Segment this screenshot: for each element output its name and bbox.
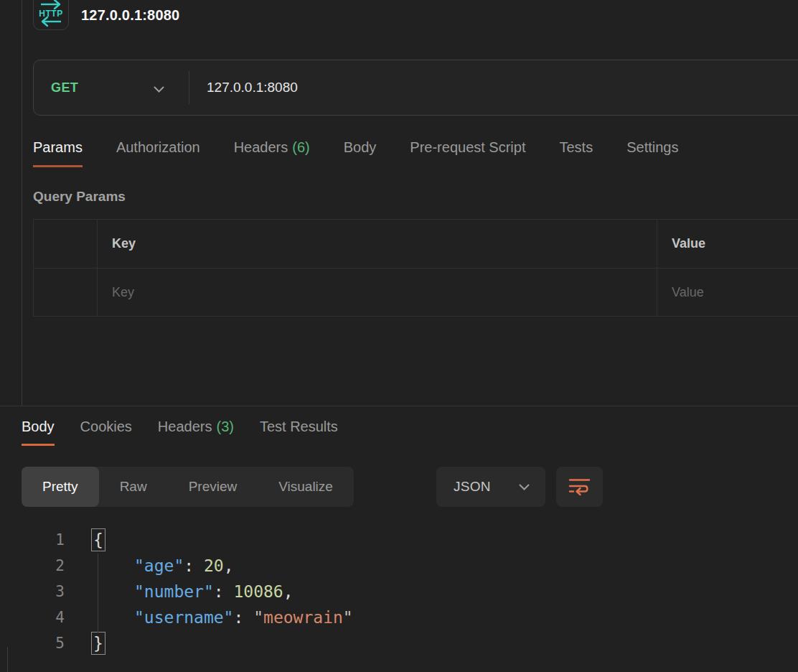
token-punct: : <box>184 556 204 575</box>
token-string: meowrain <box>263 608 343 627</box>
url-bar: GET <box>33 60 798 116</box>
code-line-content: "number": 10086, <box>93 579 294 605</box>
param-key-input[interactable] <box>112 285 657 300</box>
param-key-header: Key <box>98 220 657 269</box>
view-mode-pretty[interactable]: Pretty <box>22 467 99 507</box>
token-key: "age" <box>134 556 184 575</box>
token-strq: " <box>253 608 263 627</box>
token-strq: " <box>343 608 353 627</box>
text-wrap-icon <box>568 477 591 496</box>
param-value-header: Value <box>657 220 798 269</box>
request-tab-headers[interactable]: Headers(6) <box>234 139 310 167</box>
tab-label: Tests <box>559 139 593 155</box>
method-label: GET <box>51 80 78 95</box>
request-tab-body[interactable]: Body <box>344 139 377 167</box>
tab-label: Pre-request Script <box>410 139 525 155</box>
response-body-code[interactable]: 1{2"age": 20,3"number": 10086,4"username… <box>0 527 798 656</box>
code-line-content: "username": "meowrain" <box>93 605 353 630</box>
code-line-content: "age": 20, <box>93 553 234 579</box>
request-tab-settings[interactable]: Settings <box>626 139 678 167</box>
indent-guide <box>98 554 98 633</box>
response-tab-cookies[interactable]: Cookies <box>80 419 132 446</box>
tab-label: Body <box>22 419 55 434</box>
tab-label: Body <box>344 139 377 155</box>
token-punct: : <box>233 608 253 627</box>
view-mode-visualize[interactable]: Visualize <box>258 467 354 507</box>
http-request-icon: HTTP <box>33 0 69 30</box>
response-tab-test-results[interactable]: Test Results <box>260 419 338 446</box>
token-number: 10086 <box>233 582 283 601</box>
response-view-mode-switch: PrettyRawPreviewVisualize <box>22 467 354 507</box>
view-mode-raw[interactable]: Raw <box>99 467 168 507</box>
tab-label: Headers <box>234 139 288 155</box>
app-root: HTTP 127.0.0.1:8080 GET ParamsAuthorizat… <box>0 0 798 672</box>
token-key: "number" <box>134 582 214 601</box>
param-value-cell <box>657 269 798 317</box>
tab-label: Cookies <box>80 419 132 434</box>
tab-count-badge: (6) <box>292 139 309 155</box>
tab-label: Params <box>33 139 83 155</box>
request-tab-authorization[interactable]: Authorization <box>116 139 200 167</box>
request-tab-pre-request-script[interactable]: Pre-request Script <box>410 139 525 167</box>
request-tabs: ParamsAuthorizationHeaders(6)BodyPre-req… <box>33 139 678 167</box>
text-wrap-button[interactable] <box>556 467 603 507</box>
url-input[interactable] <box>189 60 798 115</box>
request-tab-tests[interactable]: Tests <box>559 139 593 167</box>
svg-text:HTTP: HTTP <box>39 9 62 19</box>
code-line: 5} <box>0 630 798 656</box>
token-bracket: { <box>91 528 105 551</box>
line-number: 1 <box>0 527 65 553</box>
request-panel-left-border <box>22 0 22 406</box>
request-tab-params[interactable]: Params <box>33 139 83 167</box>
request-title: 127.0.0.1:8080 <box>81 7 179 24</box>
format-label: JSON <box>454 479 491 495</box>
token-number: 20 <box>204 556 224 575</box>
code-line-content: } <box>93 630 105 656</box>
chevron-down-icon <box>519 484 530 490</box>
line-number: 5 <box>0 630 65 656</box>
response-tab-body[interactable]: Body <box>22 419 55 446</box>
tab-label: Headers <box>158 419 212 434</box>
token-punct: , <box>283 582 294 601</box>
request-header: HTTP 127.0.0.1:8080 <box>33 0 179 32</box>
code-line-content: { <box>93 527 105 553</box>
chevron-down-icon <box>154 86 164 93</box>
query-params-heading: Query Params <box>33 189 126 205</box>
code-line: 1{ <box>0 527 798 553</box>
request-response-divider[interactable] <box>0 406 798 406</box>
param-value-input[interactable] <box>672 285 798 300</box>
param-row-checkbox-cell[interactable] <box>34 269 98 317</box>
code-line: 4"username": "meowrain" <box>0 605 798 630</box>
line-number: 4 <box>0 605 65 630</box>
response-tab-headers[interactable]: Headers(3) <box>158 419 234 446</box>
tab-label: Settings <box>626 139 678 155</box>
tab-count-badge: (3) <box>216 419 233 434</box>
http-arrows-icon: HTTP <box>38 0 64 27</box>
token-punct: : <box>214 582 234 601</box>
view-mode-preview[interactable]: Preview <box>168 467 258 507</box>
tab-label: Test Results <box>260 419 338 434</box>
method-selector[interactable]: GET <box>34 60 189 115</box>
code-line: 2"age": 20, <box>0 553 798 579</box>
token-bracket: } <box>91 632 105 655</box>
token-key: "username" <box>134 608 233 627</box>
response-format-select[interactable]: JSON <box>436 467 545 507</box>
response-tabs: BodyCookiesHeaders(3)Test Results <box>22 419 338 446</box>
code-line: 3"number": 10086, <box>0 579 798 605</box>
param-checkbox-header-cell <box>34 220 98 269</box>
tab-label: Authorization <box>116 139 200 155</box>
token-punct: , <box>224 556 234 575</box>
query-params-table: Key Value <box>33 219 798 317</box>
line-number: 3 <box>0 579 65 605</box>
line-number: 2 <box>0 553 65 579</box>
param-key-cell <box>98 269 657 317</box>
